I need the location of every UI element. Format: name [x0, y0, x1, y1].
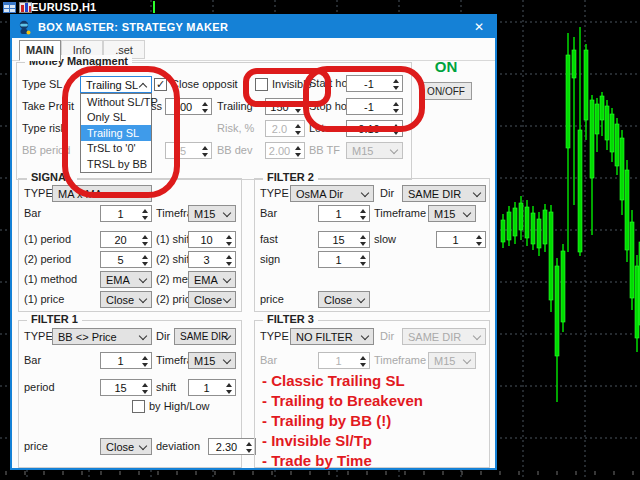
spinner-arrows[interactable]: [226, 235, 232, 246]
filter2-dir-value: SAME DIR: [408, 188, 461, 200]
signal-p1-label: (1) period: [24, 231, 71, 248]
dropdown-option[interactable]: Only SL: [81, 110, 151, 126]
spinner-arrows[interactable]: [142, 209, 148, 220]
dialog-titlebar[interactable]: BOX MASTER: STRATEGY MAKER ✕: [12, 16, 495, 38]
type-sl-dropdown[interactable]: Trailing SL: [80, 76, 152, 93]
filter3-type-dropdown[interactable]: NO FILTER: [290, 328, 374, 345]
signal-pr1-dropdown[interactable]: Close: [100, 291, 152, 308]
by-high-low-checkbox[interactable]: [132, 400, 145, 413]
filter2-timeframe-label: Timeframe: [374, 205, 426, 222]
signal-p2-spinner[interactable]: 5: [100, 251, 152, 268]
spinner-arrows[interactable]: [393, 79, 399, 90]
signal-s1-spinner[interactable]: 10: [188, 231, 236, 248]
filter2-bar-spinner[interactable]: 1: [318, 205, 370, 222]
signal-bar-spinner[interactable]: 1: [100, 205, 152, 222]
note-line: - Trailing by BB (!): [262, 412, 391, 429]
spinner-arrows[interactable]: [360, 209, 366, 220]
bb-period-value: 5: [180, 145, 186, 157]
filter1-timeframe-dropdown[interactable]: M15: [188, 352, 236, 369]
filter2-fast-spinner[interactable]: 15: [318, 231, 370, 248]
stop-hour-spinner[interactable]: -1: [346, 98, 403, 115]
filter2-sign-spinner[interactable]: 1: [318, 251, 370, 268]
filter2-slow-value: 1: [452, 234, 458, 246]
spinner-arrows[interactable]: [202, 102, 208, 113]
group-filter1-label: FILTER 1: [27, 313, 82, 325]
signal-type-label: TYPE: [24, 185, 53, 202]
tab-main[interactable]: MAIN: [19, 40, 61, 61]
filter1-bar-value: 1: [117, 355, 123, 367]
type-sl-label: Type SL: [22, 76, 62, 93]
spinner-arrows[interactable]: [226, 383, 232, 394]
on-off-button[interactable]: ON/OFF: [420, 82, 472, 100]
signal-m1-dropdown[interactable]: EMA: [100, 271, 152, 288]
filter1-type-dropdown[interactable]: BB <> Price: [52, 328, 152, 345]
trailing-label: Trailing: [217, 98, 253, 115]
signal-type-dropdown[interactable]: MA x MA: [52, 185, 152, 202]
start-hour-spinner[interactable]: -1: [346, 75, 403, 92]
filter2-slow-spinner[interactable]: 1: [436, 231, 486, 248]
filter2-type-dropdown[interactable]: OsMA Dir: [290, 185, 374, 202]
dropdown-option[interactable]: TRSL by BB: [81, 156, 151, 172]
filter3-bar-label: Bar: [260, 352, 277, 369]
filter1-shift-value: 1: [203, 382, 209, 394]
filter1-deviation-spinner[interactable]: 2.30: [208, 438, 256, 455]
filter2-price-value: Close: [324, 294, 352, 306]
signal-p1-spinner[interactable]: 20: [100, 231, 152, 248]
filter1-dir-dropdown[interactable]: SAME DIR: [174, 328, 236, 345]
spinner-arrows[interactable]: [295, 102, 301, 113]
lot-spinner[interactable]: 0.10: [346, 120, 403, 137]
filter3-bar-spinner: 1: [318, 352, 370, 369]
bb-dev-label: BB dev: [217, 142, 252, 159]
filter1-bar-spinner[interactable]: 1: [100, 352, 152, 369]
filter1-period-value: 15: [114, 382, 126, 394]
filter1-shift-spinner[interactable]: 1: [188, 379, 236, 396]
invisible-checkbox[interactable]: [255, 78, 268, 91]
chevron-down-icon: [473, 332, 481, 340]
note-line: - Classic Trailing SL: [262, 372, 405, 389]
spinner-arrows[interactable]: [360, 235, 366, 246]
lot-value: 0.10: [358, 123, 379, 135]
close-icon[interactable]: ✕: [471, 19, 487, 35]
spinner-arrows[interactable]: [393, 102, 399, 113]
trailing-spinner[interactable]: 150: [265, 98, 305, 115]
spinner-arrows: [295, 146, 301, 157]
signal-bar-value: 1: [117, 208, 123, 220]
bb-tf-dropdown: M15: [346, 142, 403, 159]
spinner-arrows[interactable]: [476, 235, 482, 246]
stop-loss-spinner[interactable]: 100: [165, 98, 212, 115]
chevron-down-icon: [139, 332, 147, 340]
filter1-price-dropdown[interactable]: Close: [100, 438, 152, 455]
filter2-type-label: TYPE: [260, 185, 289, 202]
filter3-timeframe-dropdown: M15: [428, 352, 476, 369]
spinner-arrows[interactable]: [142, 255, 148, 266]
spinner-arrows[interactable]: [246, 442, 252, 453]
signal-timeframe-dropdown[interactable]: M15: [188, 205, 236, 222]
filter2-dir-dropdown[interactable]: SAME DIR: [402, 185, 486, 202]
spinner-arrows[interactable]: [142, 356, 148, 367]
filter1-dir-value: SAME DIR: [180, 331, 228, 342]
spinner-arrows[interactable]: [393, 124, 399, 135]
chevron-down-icon: [223, 209, 231, 217]
filter2-price-dropdown[interactable]: Close: [318, 291, 370, 308]
dropdown-option-selected[interactable]: Trailing SL: [81, 125, 151, 141]
signal-m2-dropdown[interactable]: EMA: [188, 271, 236, 288]
spinner-arrows[interactable]: [226, 255, 232, 266]
strategy-maker-dialog: BOX MASTER: STRATEGY MAKER ✕ MAIN Info .…: [10, 14, 497, 470]
filter2-timeframe-dropdown[interactable]: M15: [428, 205, 476, 222]
dropdown-option[interactable]: TrSL to '0': [81, 141, 151, 157]
spinner-arrows[interactable]: [142, 383, 148, 394]
chevron-down-icon: [139, 275, 147, 283]
dropdown-option[interactable]: Without SL/TP: [81, 94, 151, 110]
filter1-period-spinner[interactable]: 15: [100, 379, 152, 396]
trailing-value: 150: [270, 101, 288, 113]
invisible-label: Invisible: [272, 76, 312, 93]
filter2-bar-label: Bar: [260, 205, 277, 222]
note-line: - Trade by Time: [262, 452, 372, 469]
signal-s2-spinner[interactable]: 3: [188, 251, 236, 268]
spinner-arrows[interactable]: [142, 235, 148, 246]
close-opposit-checkbox[interactable]: ✓: [154, 78, 167, 91]
signal-pr2-dropdown[interactable]: Close: [188, 291, 236, 308]
filter3-timeframe-label: Timeframe: [374, 352, 426, 369]
filter2-fast-value: 15: [332, 234, 344, 246]
spinner-arrows[interactable]: [360, 255, 366, 266]
